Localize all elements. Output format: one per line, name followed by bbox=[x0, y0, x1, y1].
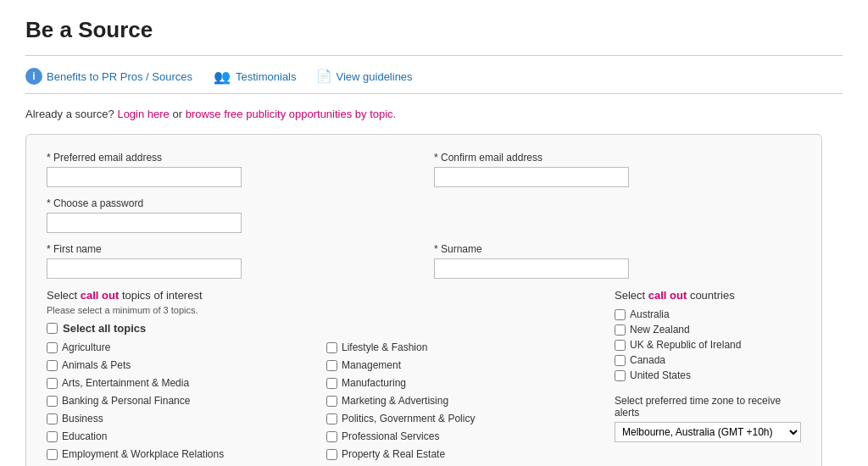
browse-link[interactable]: browse free publicity opportunities by t… bbox=[186, 108, 397, 120]
topic-label-marketing: Marketing & Advertising bbox=[342, 395, 448, 407]
email-row: * Preferred email address * Confirm emai… bbox=[47, 152, 801, 187]
confirm-email-group: * Confirm email address bbox=[434, 152, 801, 187]
topic-label-lifestyle-fashion: Lifestyle & Fashion bbox=[342, 341, 427, 353]
topic-item: Manufacturing bbox=[326, 375, 589, 391]
preferred-email-input[interactable] bbox=[47, 167, 242, 187]
top-divider bbox=[25, 55, 843, 56]
topic-item: Employment & Workplace Relations bbox=[47, 447, 309, 462]
country-label-australia: Australia bbox=[630, 308, 670, 320]
already-source-text: Already a source? Login here or browse f… bbox=[25, 108, 843, 120]
topic-checkbox-business[interactable] bbox=[47, 413, 58, 424]
select-all-checkbox[interactable] bbox=[47, 323, 58, 334]
country-checkbox-uk-ireland[interactable] bbox=[615, 340, 626, 351]
country-item: Australia bbox=[615, 307, 801, 322]
topic-label-education: Education bbox=[62, 430, 107, 442]
preferred-email-group: * Preferred email address bbox=[47, 152, 414, 187]
country-label-united-states: United States bbox=[630, 369, 691, 381]
topic-item: Property & Real Estate bbox=[326, 447, 589, 462]
registration-form: * Preferred email address * Confirm emai… bbox=[25, 134, 822, 466]
password-group: * Choose a password bbox=[47, 197, 242, 233]
info-icon: i bbox=[25, 68, 42, 85]
topic-label-employment: Employment & Workplace Relations bbox=[62, 448, 224, 460]
country-item: New Zealand bbox=[615, 322, 801, 337]
topic-label-property: Property & Real Estate bbox=[342, 448, 445, 460]
topic-label-management: Management bbox=[342, 359, 401, 371]
confirm-email-input[interactable] bbox=[434, 167, 629, 187]
topic-item: Agriculture bbox=[47, 340, 309, 355]
surname-input[interactable] bbox=[434, 258, 629, 279]
topic-checkbox-marketing[interactable] bbox=[326, 396, 337, 407]
countries-title: Select call out countries bbox=[615, 289, 801, 302]
country-item: UK & Republic of Ireland bbox=[615, 337, 801, 352]
guidelines-link[interactable]: 📄 View guidelines bbox=[317, 69, 413, 84]
password-label: * Choose a password bbox=[47, 197, 242, 209]
name-row: * First name * Surname bbox=[47, 243, 801, 279]
topic-label-arts-entertainment: Arts, Entertainment & Media bbox=[62, 377, 189, 389]
country-label-canada: Canada bbox=[630, 354, 665, 366]
topic-checkbox-arts-entertainment[interactable] bbox=[47, 378, 58, 389]
country-checkbox-united-states[interactable] bbox=[615, 370, 626, 381]
topic-label-banking: Banking & Personal Finance bbox=[62, 395, 190, 407]
topic-checkbox-banking[interactable] bbox=[47, 396, 58, 407]
topic-item: Marketing & Advertising bbox=[326, 393, 589, 408]
testimonials-label: Testimonials bbox=[236, 70, 297, 83]
timezone-select[interactable]: Melbourne, Australia (GMT +10h)Sydney, A… bbox=[615, 422, 801, 442]
first-name-group: * First name bbox=[47, 243, 414, 279]
nav-links: i Benefits to PR Pros / Sources 👥 Testim… bbox=[25, 68, 843, 85]
topic-item: Banking & Personal Finance bbox=[47, 393, 309, 408]
country-checkbox-new-zealand[interactable] bbox=[615, 325, 626, 336]
topic-checkbox-manufacturing[interactable] bbox=[326, 378, 337, 389]
topic-label-professional-services: Professional Services bbox=[342, 430, 439, 442]
topic-item: Arts, Entertainment & Media bbox=[47, 375, 309, 391]
confirm-email-label: * Confirm email address bbox=[434, 152, 801, 164]
topic-item: Professional Services bbox=[326, 429, 589, 444]
topic-item: Politics, Government & Policy bbox=[326, 411, 589, 426]
surname-group: * Surname bbox=[434, 243, 801, 279]
testimonials-link[interactable]: 👥 Testimonials bbox=[213, 69, 297, 83]
country-checkbox-australia[interactable] bbox=[615, 309, 626, 320]
topic-item: Lifestyle & Fashion bbox=[326, 340, 589, 355]
topic-checkbox-animals-pets[interactable] bbox=[47, 360, 58, 371]
first-name-input[interactable] bbox=[47, 258, 242, 279]
topic-checkbox-politics[interactable] bbox=[326, 413, 337, 424]
benefits-label: Benefits to PR Pros / Sources bbox=[47, 70, 192, 83]
login-link[interactable]: Login here bbox=[117, 108, 169, 120]
topic-checkbox-agriculture[interactable] bbox=[47, 342, 58, 353]
topic-checkbox-lifestyle-fashion[interactable] bbox=[326, 342, 337, 353]
country-list: AustraliaNew ZealandUK & Republic of Ire… bbox=[615, 307, 801, 383]
countries-section: Select call out countries AustraliaNew Z… bbox=[615, 289, 801, 466]
topic-label-animals-pets: Animals & Pets bbox=[62, 359, 131, 371]
select-all-row: Select all topics bbox=[47, 322, 589, 335]
guidelines-label: View guidelines bbox=[337, 70, 413, 83]
topic-label-business: Business bbox=[62, 413, 103, 424]
topic-checkbox-education[interactable] bbox=[47, 431, 58, 442]
page-title: Be a Source bbox=[25, 17, 843, 43]
country-item: United States bbox=[615, 368, 801, 383]
topic-checkbox-property[interactable] bbox=[326, 449, 337, 460]
topic-checkbox-management[interactable] bbox=[326, 360, 337, 371]
topic-item: Education bbox=[47, 429, 309, 444]
country-checkbox-canada[interactable] bbox=[615, 355, 626, 366]
topic-checkbox-employment[interactable] bbox=[47, 449, 58, 460]
password-input[interactable] bbox=[47, 213, 242, 233]
topics-section: Select call out topics of interest Pleas… bbox=[47, 289, 589, 466]
topics-subtitle: Please select a minimum of 3 topics. bbox=[47, 305, 589, 315]
country-item: Canada bbox=[615, 352, 801, 368]
topics-countries-layout: Select call out topics of interest Pleas… bbox=[47, 289, 801, 466]
country-label-uk-ireland: UK & Republic of Ireland bbox=[630, 339, 741, 351]
nav-divider bbox=[25, 93, 843, 94]
doc-icon: 📄 bbox=[317, 69, 332, 84]
topic-item: Animals & Pets bbox=[47, 358, 309, 373]
topics-title: Select call out topics of interest bbox=[47, 289, 589, 302]
surname-label: * Surname bbox=[434, 243, 801, 255]
topic-label-manufacturing: Manufacturing bbox=[342, 377, 406, 389]
first-name-label: * First name bbox=[47, 243, 414, 255]
topic-item: Business bbox=[47, 411, 309, 426]
country-label-new-zealand: New Zealand bbox=[630, 324, 690, 336]
topic-item: Management bbox=[326, 358, 589, 373]
benefits-link[interactable]: i Benefits to PR Pros / Sources bbox=[25, 68, 192, 85]
timezone-section: Select preferred time zone to receive al… bbox=[615, 395, 801, 442]
select-all-label: Select all topics bbox=[63, 322, 146, 335]
topic-checkbox-professional-services[interactable] bbox=[326, 431, 337, 442]
topic-label-politics: Politics, Government & Policy bbox=[342, 413, 475, 424]
